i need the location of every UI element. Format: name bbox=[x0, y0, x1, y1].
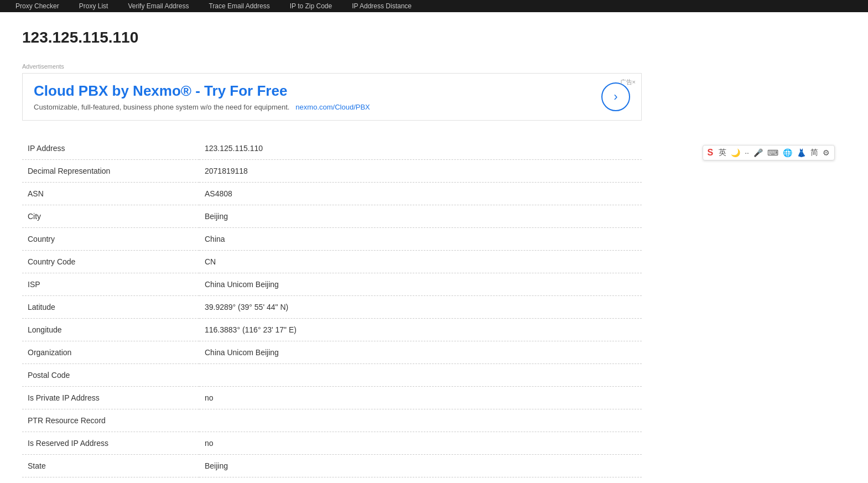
table-row: State Code22 bbox=[22, 477, 642, 484]
row-label: Longitude bbox=[22, 319, 199, 341]
sogou-settings-icon[interactable]: ⚙ bbox=[823, 148, 830, 157]
ad-close-button[interactable]: 广告× bbox=[620, 78, 636, 86]
row-label: Decimal Representation bbox=[22, 160, 199, 183]
nav-item-ip-distance[interactable]: IP Address Distance bbox=[342, 0, 422, 12]
row-label: Postal Code bbox=[22, 364, 199, 387]
table-row: StateBeijing bbox=[22, 455, 642, 477]
row-value: Beijing bbox=[199, 205, 642, 228]
ad-content: Cloud PBX by Nexmo® - Try For Free Custo… bbox=[34, 82, 590, 111]
table-row: Longitude116.3883° (116° 23' 17" E) bbox=[22, 319, 642, 341]
row-label: PTR Resource Record bbox=[22, 409, 199, 432]
table-row: CountryChina bbox=[22, 228, 642, 251]
table-row: ASNAS4808 bbox=[22, 183, 642, 205]
table-row: Is Reserved IP Addressno bbox=[22, 432, 642, 455]
table-row: OrganizationChina Unicom Beijing bbox=[22, 341, 642, 364]
ad-box: Cloud PBX by Nexmo® - Try For Free Custo… bbox=[22, 73, 642, 121]
row-label: ISP bbox=[22, 273, 199, 296]
table-row: ISPChina Unicom Beijing bbox=[22, 273, 642, 296]
row-label: Is Reserved IP Address bbox=[22, 432, 199, 455]
row-label: Country Code bbox=[22, 251, 199, 273]
row-value: CN bbox=[199, 251, 642, 273]
ad-section: Advertisements Cloud PBX by Nexmo® - Try… bbox=[22, 63, 642, 121]
sogou-toolbar: S 英 🌙 ·· 🎤 ⌨ 🌐 👗 简 ⚙ bbox=[703, 145, 835, 160]
nav-item-trace-email[interactable]: Trace Email Address bbox=[199, 0, 279, 12]
nav-item-proxy-list[interactable]: Proxy List bbox=[69, 0, 118, 12]
row-label: City bbox=[22, 205, 199, 228]
ad-subtitle-text: Customizable, full-featured, business ph… bbox=[34, 103, 289, 111]
table-row: PTR Resource Record bbox=[22, 409, 642, 432]
row-label: State bbox=[22, 455, 199, 477]
sogou-dot-icon[interactable]: ·· bbox=[745, 148, 749, 157]
page-title: 123.125.115.110 bbox=[22, 29, 642, 46]
table-row: Country CodeCN bbox=[22, 251, 642, 273]
nav-item-ip-to-zip[interactable]: IP to Zip Code bbox=[280, 0, 342, 12]
table-row: Is Private IP Addressno bbox=[22, 387, 642, 409]
row-label: IP Address bbox=[22, 137, 199, 160]
sogou-keyboard-icon[interactable]: ⌨ bbox=[767, 148, 778, 157]
navbar: Proxy CheckerProxy ListVerify Email Addr… bbox=[0, 0, 868, 12]
nav-item-proxy-checker[interactable]: Proxy Checker bbox=[6, 0, 69, 12]
ad-link[interactable]: nexmo.com/Cloud/PBX bbox=[295, 103, 370, 111]
sogou-mic-icon[interactable]: 🎤 bbox=[753, 148, 763, 157]
row-value bbox=[199, 364, 642, 387]
sogou-logo: S bbox=[708, 148, 714, 158]
row-value: Beijing bbox=[199, 455, 642, 477]
ad-title[interactable]: Cloud PBX by Nexmo® - Try For Free bbox=[34, 82, 590, 100]
ip-info-table: IP Address123.125.115.110Decimal Represe… bbox=[22, 137, 642, 483]
row-value: China bbox=[199, 228, 642, 251]
table-row: Postal Code bbox=[22, 364, 642, 387]
row-value bbox=[199, 409, 642, 432]
row-value: 116.3883° (116° 23' 17" E) bbox=[199, 319, 642, 341]
row-label: Organization bbox=[22, 341, 199, 364]
row-value: 22 bbox=[199, 477, 642, 484]
ad-arrow-button[interactable]: › bbox=[601, 82, 630, 111]
row-label: Is Private IP Address bbox=[22, 387, 199, 409]
row-value: 123.125.115.110 bbox=[199, 137, 642, 160]
sogou-moon-icon[interactable]: 🌙 bbox=[731, 148, 740, 157]
row-label: Latitude bbox=[22, 296, 199, 319]
sogou-simplify-icon[interactable]: 简 bbox=[810, 148, 818, 158]
sogou-globe-icon[interactable]: 🌐 bbox=[783, 148, 792, 157]
sogou-lang-icon[interactable]: 英 bbox=[719, 148, 726, 158]
nav-item-verify-email[interactable]: Verify Email Address bbox=[118, 0, 199, 12]
table-row: Latitude39.9289° (39° 55' 44" N) bbox=[22, 296, 642, 319]
row-value: China Unicom Beijing bbox=[199, 273, 642, 296]
table-row: CityBeijing bbox=[22, 205, 642, 228]
sogou-shirt-icon[interactable]: 👗 bbox=[797, 148, 806, 157]
row-value: no bbox=[199, 387, 642, 409]
row-label: State Code bbox=[22, 477, 199, 484]
ad-label: Advertisements bbox=[22, 63, 642, 70]
row-value: AS4808 bbox=[199, 183, 642, 205]
table-row: Decimal Representation2071819118 bbox=[22, 160, 642, 183]
table-body: IP Address123.125.115.110Decimal Represe… bbox=[22, 137, 642, 483]
row-label: ASN bbox=[22, 183, 199, 205]
ad-subtitle: Customizable, full-featured, business ph… bbox=[34, 103, 590, 111]
main-content: 123.125.115.110 Advertisements Cloud PBX… bbox=[0, 12, 664, 483]
row-value: 2071819118 bbox=[199, 160, 642, 183]
row-label: Country bbox=[22, 228, 199, 251]
row-value: China Unicom Beijing bbox=[199, 341, 642, 364]
row-value: 39.9289° (39° 55' 44" N) bbox=[199, 296, 642, 319]
table-row: IP Address123.125.115.110 bbox=[22, 137, 642, 160]
row-value: no bbox=[199, 432, 642, 455]
